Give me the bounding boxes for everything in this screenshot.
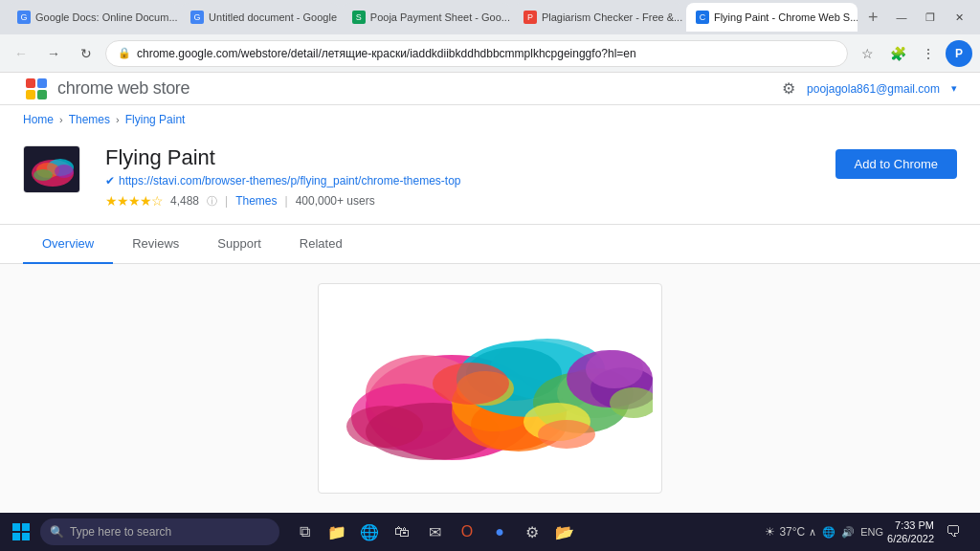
caret-up-icon[interactable]: ∧ <box>809 526 816 539</box>
date-display: 6/26/2022 <box>887 532 934 545</box>
tab-label-docs: Google Docs: Online Docum... <box>35 11 177 23</box>
toolbar-icons: ☆ 🧩 ⋮ P <box>854 40 972 67</box>
time-display: 7:33 PM <box>887 518 934 532</box>
system-tray: ∧ 🌐 🔊 ENG <box>809 526 883 539</box>
tab-overview[interactable]: Overview <box>23 225 113 264</box>
language-label: ENG <box>860 526 883 538</box>
tab-untitled-doc[interactable]: G Untitled document - Google ✕ <box>181 3 339 32</box>
secure-icon: 🔒 <box>118 47 131 59</box>
minimize-button[interactable]: — <box>888 4 915 31</box>
taskbar-search-bar[interactable]: 🔍 Type here to search <box>40 518 279 545</box>
task-view-icon[interactable]: ⧉ <box>289 517 320 547</box>
svg-rect-33 <box>22 523 30 531</box>
separator-dot: | <box>225 194 228 208</box>
rating-count: 4,488 <box>170 194 199 208</box>
edge-browser-icon[interactable]: 🌐 <box>354 517 385 547</box>
extension-icon-wrap <box>23 145 90 203</box>
close-button[interactable]: ✕ <box>946 4 972 31</box>
user-email[interactable]: poojagola861@gmail.com <box>807 82 940 96</box>
extension-name: Flying Paint <box>105 145 820 170</box>
folder-icon[interactable]: 📂 <box>549 517 580 547</box>
settings-taskbar-icon[interactable]: ⚙ <box>517 517 547 547</box>
tab-label-sheets: Pooja Payment Sheet - Goo... <box>370 11 510 23</box>
tab-support[interactable]: Support <box>198 225 280 264</box>
volume-icon[interactable]: 🔊 <box>841 526 855 539</box>
separator-dot2: | <box>285 194 288 208</box>
tab-icon-plag: P <box>523 11 537 24</box>
tab-related[interactable]: Related <box>280 225 362 264</box>
svg-rect-3 <box>37 90 47 99</box>
svg-rect-35 <box>22 533 30 540</box>
page-content: chrome web store ⚙ poojagola861@gmail.co… <box>0 73 980 513</box>
weather-widget[interactable]: ☀ 37°C <box>765 525 805 539</box>
verified-check-icon: ✔ <box>105 174 115 187</box>
title-bar: G Google Docs: Online Docum... ✕ G Untit… <box>0 0 980 34</box>
tab-flying-paint[interactable]: C Flying Paint - Chrome Web S... ✕ <box>686 3 858 32</box>
add-to-chrome-button[interactable]: Add to Chrome <box>835 149 957 179</box>
new-tab-button[interactable]: + <box>861 4 884 31</box>
dropdown-chevron-icon: ▾ <box>951 82 957 95</box>
extension-detail: Flying Paint ✔ https://stavi.com/browser… <box>0 134 980 225</box>
back-button[interactable]: ← <box>8 40 34 67</box>
svg-rect-2 <box>26 90 35 99</box>
profile-avatar[interactable]: P <box>946 40 972 67</box>
breadcrumb: Home › Themes › Flying Paint <box>0 105 980 134</box>
store-icon[interactable]: 🛍 <box>387 517 417 547</box>
extension-meta: ★★★★☆ 4,488 ⓘ | Themes | 400,000+ users <box>105 193 820 209</box>
refresh-button[interactable]: ↻ <box>73 40 100 67</box>
chrome-icon[interactable]: ● <box>484 517 515 547</box>
tab-icon-doc2: G <box>190 11 204 24</box>
notification-icon[interactable]: 🗨 <box>938 517 969 547</box>
extension-verified-link[interactable]: ✔ https://stavi.com/browser-themes/p/fly… <box>105 174 820 187</box>
maximize-button[interactable]: ❐ <box>917 4 944 31</box>
settings-gear-icon[interactable]: ⚙ <box>782 79 795 98</box>
start-button[interactable] <box>4 515 38 549</box>
tab-label-cws: Flying Paint - Chrome Web S... <box>714 11 858 23</box>
star-rating: ★★★★☆ <box>105 193 163 209</box>
extension-category[interactable]: Themes <box>235 194 277 208</box>
bookmark-icon[interactable]: ☆ <box>854 40 880 67</box>
cws-logo[interactable]: chrome web store <box>23 76 189 102</box>
flying-paint-image <box>327 293 653 484</box>
mail-icon[interactable]: ✉ <box>419 517 450 547</box>
svg-rect-32 <box>12 523 20 531</box>
window-controls: — ❐ ✕ <box>888 4 972 31</box>
windows-logo-icon <box>12 523 30 540</box>
extension-icon[interactable]: 🧩 <box>884 40 911 67</box>
tab-google-docs[interactable]: G Google Docs: Online Docum... ✕ <box>8 3 177 32</box>
forward-button[interactable]: → <box>40 40 67 67</box>
tab-payment-sheet[interactable]: S Pooja Payment Sheet - Goo... ✕ <box>343 3 510 32</box>
network-icon[interactable]: 🌐 <box>822 526 835 539</box>
tab-icon-sheets: S <box>352 11 366 24</box>
taskbar: 🔍 Type here to search ⧉ 📁 🌐 🛍 ✉ O ● ⚙ 📂 … <box>0 513 980 551</box>
extension-tabs: Overview Reviews Support Related <box>0 225 980 264</box>
svg-point-8 <box>55 165 74 178</box>
svg-point-30 <box>346 406 423 448</box>
svg-rect-1 <box>37 78 47 88</box>
screenshot-frame <box>318 283 662 494</box>
file-explorer-icon[interactable]: 📁 <box>322 517 352 547</box>
info-icon: ⓘ <box>207 194 217 209</box>
breadcrumb-sep2: › <box>116 114 120 125</box>
tab-reviews[interactable]: Reviews <box>113 225 198 264</box>
tab-label-plag: Plagiarism Checker - Free &... <box>542 11 682 23</box>
url-bar[interactable]: 🔒 chrome.google.com/webstore/detail/летя… <box>105 40 848 67</box>
cws-title: chrome web store <box>57 78 189 99</box>
clock-widget[interactable]: 7:33 PM 6/26/2022 <box>887 518 934 546</box>
taskbar-search-icon: 🔍 <box>50 525 64 539</box>
tab-icon-cws: C <box>696 11 709 24</box>
office-icon[interactable]: O <box>452 517 482 547</box>
taskbar-search-placeholder: Type here to search <box>70 525 171 539</box>
temperature: 37°C <box>779 525 805 539</box>
breadcrumb-themes[interactable]: Themes <box>69 113 110 126</box>
taskbar-right: ☀ 37°C ∧ 🌐 🔊 ENG 7:33 PM 6/26/2022 🗨 <box>765 517 976 547</box>
taskbar-center-icons: ⧉ 📁 🌐 🛍 ✉ O ● ⚙ 📂 <box>289 517 580 547</box>
svg-point-28 <box>433 363 509 405</box>
svg-point-31 <box>538 420 595 449</box>
weather-icon: ☀ <box>765 525 775 539</box>
address-bar: ← → ↻ 🔒 chrome.google.com/webstore/detai… <box>0 34 980 73</box>
tab-plagiarism[interactable]: P Plagiarism Checker - Free &... ✕ <box>514 3 682 32</box>
cws-header-right: ⚙ poojagola861@gmail.com ▾ <box>782 79 957 98</box>
settings-icon[interactable]: ⋮ <box>915 40 942 67</box>
breadcrumb-home[interactable]: Home <box>23 113 54 126</box>
